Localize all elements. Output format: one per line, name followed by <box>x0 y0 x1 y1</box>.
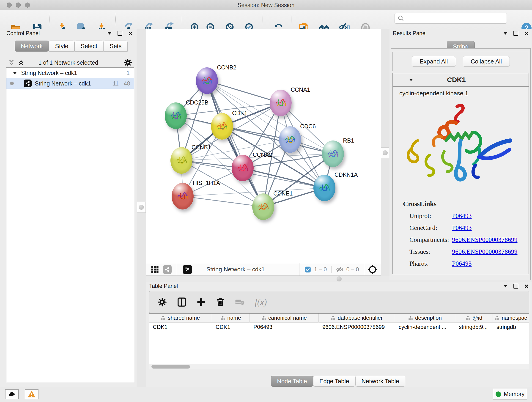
network-share-icon[interactable] <box>163 265 172 274</box>
protein-structure-thumbnail <box>283 133 297 146</box>
network-edge[interactable] <box>207 81 281 103</box>
table-settings-gear-icon[interactable] <box>158 298 167 307</box>
warnings-button[interactable] <box>25 389 38 399</box>
network-edge[interactable] <box>183 196 263 207</box>
column-header[interactable]: description <box>395 313 455 322</box>
node-result-header[interactable]: CDK1 <box>393 73 529 87</box>
results-panel-float-icon[interactable] <box>513 31 518 36</box>
close-window-button[interactable] <box>7 2 12 7</box>
collection-count: 1 <box>127 70 130 76</box>
tab-style[interactable]: Style <box>49 41 75 51</box>
delete-column-trash-icon[interactable] <box>216 298 225 307</box>
table-row[interactable]: CDK1 CDK1 P06493 9606.ENSP00000378699 cy… <box>149 322 529 332</box>
crosslink-link[interactable]: P06493 <box>452 260 472 267</box>
tab-network[interactable]: Network <box>15 41 49 51</box>
crosslink-link[interactable]: P06493 <box>452 212 472 220</box>
protein-structure-thumbnail <box>274 96 287 109</box>
network-node-CCNB2[interactable] <box>196 67 218 94</box>
toolbar-separator <box>263 12 263 26</box>
table-panel-close-icon[interactable] <box>524 284 528 288</box>
table-cell[interactable]: CDK1 <box>149 322 212 332</box>
column-header[interactable]: database identifier <box>319 313 395 322</box>
table-cell[interactable]: 9606.ENSP00000378699 <box>319 322 395 332</box>
network-node-CCNB1[interactable] <box>171 147 192 174</box>
network-options-gear-icon[interactable] <box>124 58 132 67</box>
network-node-CCNA1[interactable] <box>270 89 292 116</box>
network-node-CCNE1[interactable] <box>252 193 274 220</box>
left-splitter[interactable] <box>137 29 146 387</box>
birdseye-crosshair-icon[interactable] <box>368 265 377 274</box>
network-node-CCNA2[interactable] <box>232 155 254 181</box>
network-list: String Network – cdk1 1 String Network –… <box>6 67 134 382</box>
network-node-CDC25B[interactable] <box>165 102 187 129</box>
table-cell[interactable]: cyclin-dependent ... <box>395 322 455 332</box>
table-panel-menu-icon[interactable] <box>503 285 507 287</box>
network-node-CDC6[interactable] <box>279 126 301 153</box>
left-splitter-handle[interactable] <box>137 202 146 213</box>
expand-all-button[interactable]: Expand All <box>412 56 456 67</box>
toolbar-separator <box>291 12 291 26</box>
crosslink-link[interactable]: P06493 <box>452 224 472 231</box>
node-result-expand-icon[interactable] <box>409 79 413 81</box>
collection-expand-icon[interactable] <box>13 72 17 74</box>
open-in-new-window-icon[interactable] <box>183 265 192 274</box>
hidden-eye-slash-icon[interactable] <box>336 266 343 273</box>
tab-select[interactable]: Select <box>75 41 103 51</box>
splitter-dot-icon <box>336 276 342 281</box>
selected-checkbox-icon[interactable] <box>304 266 311 273</box>
table-cell[interactable]: P06493 <box>250 322 319 332</box>
right-splitter[interactable] <box>381 29 389 276</box>
network-canvas[interactable]: CCNB2CCNA1CDC25BCDK1CDC6RB1CCNB1CCNA2CDK… <box>146 29 381 263</box>
crosslink-label: Tissues: <box>409 248 452 255</box>
node-label-RB1: RB1 <box>343 137 354 144</box>
table-panel-float-icon[interactable] <box>513 284 518 288</box>
network-node-HIST1H1A[interactable] <box>172 183 194 210</box>
string-results-container: Expand All Collapse All CDK1 cyclin-depe… <box>391 48 531 280</box>
network-view-toolbar: String Network – cdk1 1 – 0 0 – 0 <box>146 263 381 276</box>
column-header[interactable]: name <box>212 313 250 322</box>
column-header[interactable]: canonical name <box>250 313 319 322</box>
minimize-window-button[interactable] <box>16 2 21 7</box>
crosslink-label: Compartments: <box>409 236 452 243</box>
control-panel-float-icon[interactable] <box>118 31 122 36</box>
search-input[interactable] <box>406 15 507 22</box>
column-header[interactable]: shared name <box>149 313 212 322</box>
column-header[interactable]: @id <box>455 313 493 322</box>
table-cell[interactable]: stringdb:9... <box>455 322 493 332</box>
crosslink-row: Uniprot: P06493 <box>409 212 529 220</box>
control-panel-menu-icon[interactable] <box>108 32 112 35</box>
zoom-window-button[interactable] <box>25 2 30 7</box>
control-panel-close-icon[interactable] <box>128 32 133 36</box>
node-label-CCNA2: CCNA2 <box>253 152 272 158</box>
network-node-CDK1[interactable] <box>211 113 233 140</box>
tab-network-table[interactable]: Network Table <box>355 376 405 387</box>
crosslink-link[interactable]: 9606.ENSP00000378699 <box>452 248 517 255</box>
collapse-all-button[interactable]: Collapse All <box>463 56 510 67</box>
network-edge[interactable] <box>207 81 263 207</box>
scrollbar-thumb[interactable] <box>152 365 190 369</box>
create-column-plus-icon[interactable] <box>196 298 206 307</box>
network-row[interactable]: String Network – cdk1 11 48 <box>6 78 134 89</box>
column-header[interactable]: namespac <box>493 313 529 322</box>
tab-node-table[interactable]: Node Table <box>271 376 313 387</box>
tab-edge-table[interactable]: Edge Table <box>313 376 355 387</box>
table-cell[interactable]: CDK1 <box>212 322 250 332</box>
memory-button[interactable]: Memory <box>493 389 527 400</box>
crosslink-link[interactable]: 9606.ENSP00000378699 <box>452 236 517 243</box>
network-collection-row[interactable]: String Network – cdk1 1 <box>6 68 134 78</box>
network-node-CDKN1A[interactable] <box>313 175 336 201</box>
toolbar-search-field[interactable] <box>394 13 507 24</box>
table-cell[interactable]: stringdb <box>493 322 529 332</box>
grid-view-icon[interactable] <box>151 266 159 274</box>
node-result-description: cyclin-dependent kinase 1 <box>399 90 529 97</box>
network-node-RB1[interactable] <box>322 140 344 167</box>
network-edges[interactable] <box>146 29 381 263</box>
right-splitter-handle[interactable] <box>381 147 389 158</box>
results-panel-close-icon[interactable] <box>524 32 528 36</box>
show-columns-icon[interactable] <box>177 297 186 307</box>
table-horizontal-scrollbar[interactable] <box>149 364 529 370</box>
node-label-CDC25B: CDC25B <box>186 99 209 106</box>
results-panel-menu-icon[interactable] <box>503 32 507 35</box>
tab-sets[interactable]: Sets <box>103 41 128 51</box>
cloud-button[interactable] <box>5 389 19 399</box>
